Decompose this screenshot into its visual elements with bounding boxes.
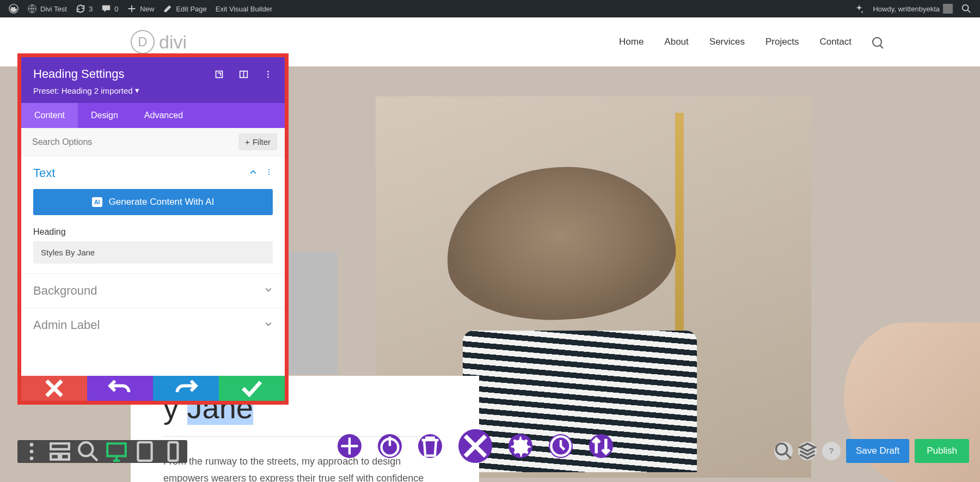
section-background[interactable]: Background — [21, 274, 285, 308]
settings-gear-button[interactable] — [509, 434, 532, 458]
builder-action-bar — [338, 429, 613, 463]
toolbar-kebab-icon[interactable] — [17, 440, 46, 463]
svg-point-12 — [30, 450, 34, 454]
edit-page-label: Edit Page — [176, 5, 206, 13]
cancel-button[interactable] — [21, 376, 87, 401]
howdy-user[interactable]: Howdy, writtenbyekta — [868, 0, 957, 17]
site-name-link[interactable]: Divi Test — [23, 0, 71, 17]
updates-link[interactable]: 3 — [71, 0, 97, 17]
expand-icon[interactable] — [215, 70, 224, 79]
svg-point-13 — [30, 456, 34, 460]
logo-mark-icon: D — [131, 30, 155, 54]
site-logo[interactable]: D divi — [131, 30, 187, 54]
primary-nav: Home About Services Projects Contact — [619, 36, 882, 47]
ai-badge: AI — [92, 197, 102, 207]
filter-label: Filter — [253, 137, 271, 147]
nav-search-icon[interactable] — [872, 37, 882, 47]
decor-hat — [442, 160, 681, 328]
undo-button[interactable] — [87, 376, 153, 401]
save-draft-button[interactable]: Save Draft — [846, 439, 909, 463]
svg-point-8 — [268, 169, 270, 170]
svg-point-2 — [963, 5, 969, 11]
columns-icon[interactable] — [239, 70, 248, 79]
ai-sparkle-button[interactable] — [850, 0, 868, 17]
svg-point-23 — [776, 443, 787, 454]
generate-ai-button[interactable]: AI Generate Content With AI — [33, 189, 273, 215]
section-admin-label[interactable]: Admin Label — [21, 308, 285, 342]
exit-vb-label: Exit Visual Builder — [216, 5, 273, 13]
panel-header: Heading Settings Preset: Heading 2 impor… — [21, 57, 285, 103]
search-options-input[interactable] — [32, 137, 238, 147]
exit-visual-builder[interactable]: Exit Visual Builder — [211, 0, 277, 17]
nav-home[interactable]: Home — [619, 36, 644, 47]
search-options-row: + Filter — [21, 128, 285, 156]
phone-view-icon[interactable] — [159, 440, 187, 463]
svg-rect-16 — [61, 454, 69, 460]
svg-point-17 — [79, 442, 93, 456]
nav-about[interactable]: About — [664, 36, 688, 47]
wp-logo[interactable] — [4, 0, 23, 17]
layers-button[interactable] — [798, 442, 817, 460]
wireframe-view-icon[interactable] — [46, 440, 74, 463]
panel-tabs: Content Design Advanced — [21, 103, 285, 128]
filter-button[interactable]: + Filter — [238, 133, 277, 150]
updates-count: 3 — [89, 5, 93, 13]
save-button[interactable] — [219, 376, 285, 401]
ai-button-label: Generate Content With AI — [109, 197, 215, 208]
svg-rect-18 — [107, 443, 126, 456]
panel-footer — [21, 376, 285, 401]
new-content-link[interactable]: New — [122, 0, 158, 17]
power-button[interactable] — [378, 434, 402, 458]
svg-point-10 — [268, 174, 270, 175]
comments-count: 0 — [114, 5, 118, 13]
nav-contact[interactable]: Contact — [819, 36, 852, 47]
caret-down-icon: ▾ — [135, 86, 139, 95]
heading-settings-panel: Heading Settings Preset: Heading 2 impor… — [17, 53, 289, 405]
nav-services[interactable]: Services — [709, 36, 745, 47]
section-kebab-icon[interactable] — [265, 168, 273, 178]
plus-icon — [127, 4, 137, 14]
trash-button[interactable] — [418, 434, 442, 458]
svg-rect-15 — [51, 454, 59, 460]
svg-point-11 — [30, 443, 34, 447]
section-text-title[interactable]: Text — [33, 166, 55, 180]
zoom-icon[interactable] — [74, 440, 102, 463]
edit-page-link[interactable]: Edit Page — [158, 0, 211, 17]
svg-point-6 — [267, 74, 269, 75]
wp-admin-bar: Divi Test 3 0 New Edit Page Exit Visual … — [0, 0, 980, 17]
comments-link[interactable]: 0 — [97, 0, 122, 17]
tablet-view-icon[interactable] — [131, 440, 159, 463]
howdy-text: Howdy, writtenbyekta — [873, 5, 940, 13]
nav-projects[interactable]: Projects — [765, 36, 799, 47]
logo-text: divi — [159, 32, 187, 53]
tab-content[interactable]: Content — [21, 103, 78, 128]
add-module-button[interactable] — [338, 434, 362, 458]
view-toolbar — [17, 440, 187, 463]
tab-design[interactable]: Design — [78, 103, 131, 128]
svg-point-7 — [267, 76, 269, 78]
kebab-icon[interactable] — [264, 70, 273, 79]
section-background-title: Background — [33, 284, 97, 298]
chevron-down-icon — [264, 320, 273, 331]
chevron-up-icon[interactable] — [249, 168, 258, 179]
wordpress-icon — [9, 4, 19, 14]
help-button[interactable]: ? — [822, 442, 841, 460]
svg-point-5 — [267, 71, 269, 72]
preset-selector[interactable]: Preset: Heading 2 imported ▾ — [33, 86, 273, 95]
heading-input[interactable] — [33, 241, 273, 264]
heading-field-label: Heading — [33, 227, 273, 237]
find-button[interactable] — [774, 442, 793, 460]
comment-icon — [101, 4, 111, 14]
close-builder-button[interactable] — [458, 429, 492, 463]
desktop-view-icon[interactable] — [102, 440, 131, 463]
publish-button[interactable]: Publish — [915, 439, 969, 463]
plus-small-icon: + — [245, 137, 250, 147]
section-text: Text AI Generate Content With AI Heading — [21, 156, 285, 274]
chevron-down-icon — [264, 285, 273, 296]
tab-advanced[interactable]: Advanced — [131, 103, 196, 128]
svg-rect-20 — [169, 442, 178, 461]
sort-button[interactable] — [589, 434, 613, 458]
redo-button[interactable] — [153, 376, 219, 401]
admin-search[interactable] — [957, 0, 976, 17]
history-button[interactable] — [549, 434, 573, 458]
